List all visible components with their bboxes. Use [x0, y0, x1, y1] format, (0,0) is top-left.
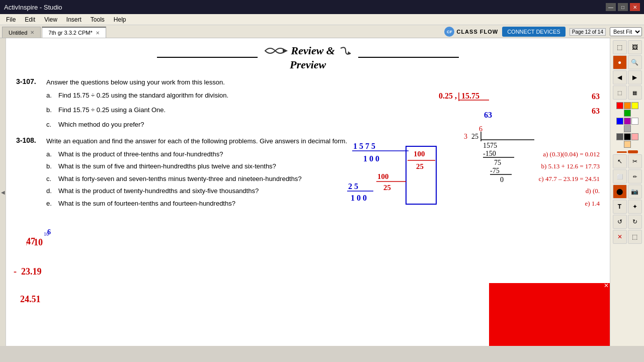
problem-108-b: b. What is the sum of five and thirteen-… [46, 161, 600, 171]
problem-108-b-label: b. [46, 161, 58, 171]
circle-tool[interactable]: ● [613, 55, 627, 69]
image-icon[interactable]: 🖼 [628, 40, 642, 54]
menu-file[interactable]: File [2, 15, 20, 24]
red-overlay: ✕ [489, 283, 610, 346]
problem-107-b-label: b. [46, 105, 58, 115]
brush-large[interactable] [628, 150, 638, 153]
color-white[interactable] [631, 118, 638, 125]
problem-108-b-text: What is the sum of five and thirteen-hun… [58, 161, 536, 171]
undo-tool[interactable]: ↺ [613, 215, 627, 229]
arrow-right-graphic [338, 43, 353, 58]
color-blue[interactable] [616, 118, 623, 125]
close-button[interactable]: ✕ [630, 3, 640, 11]
menu-tools[interactable]: Tools [87, 15, 109, 24]
color-row-1 [612, 102, 642, 117]
brush-small[interactable] [617, 151, 627, 153]
red-overlay-close[interactable]: ✕ [604, 282, 609, 289]
scissors-tool[interactable]: ✂ [628, 154, 642, 168]
classflow-logo: CF CLASS FLOW [444, 27, 498, 37]
minimize-button[interactable]: — [606, 3, 616, 11]
problem-107-b-text: Find 15.75 ÷ 0.25 using a Giant One. [58, 105, 587, 115]
rt-row-1: ⬚ 🖼 [612, 40, 642, 54]
tab-7th-gr[interactable]: 7th gr 3.3.2 CPM* ✕ [42, 27, 106, 38]
rt-tool-row-5: ↺ ↻ [612, 215, 642, 229]
maximize-button[interactable]: □ [618, 3, 628, 11]
color-peach[interactable] [624, 141, 631, 148]
window-controls[interactable]: — □ ✕ [606, 3, 640, 11]
problem-108-a-text: What is the product of three-tenths and … [58, 149, 538, 159]
color-green[interactable] [624, 110, 631, 117]
color-orange[interactable] [624, 102, 631, 109]
tab-untitled[interactable]: Untitled ✕ [2, 27, 41, 38]
problem-108-e-answer: e) 1.4 [585, 199, 600, 209]
effects-tool[interactable]: ✦ [628, 200, 642, 214]
menu-help[interactable]: Help [110, 15, 130, 24]
problem-107-number: 3-107. [16, 77, 36, 85]
review-text: Review & [291, 44, 335, 57]
problem-108-e: e. What is the sum of fourteen-tenths an… [46, 199, 600, 209]
search-icon[interactable]: 🔍 [628, 55, 642, 69]
problem-108-e-text: What is the sum of fourteen-tenths and f… [58, 199, 580, 209]
pen-tool[interactable]: ✏ [628, 169, 642, 184]
header-line-right [358, 57, 459, 58]
tab-7th-gr-label: 7th gr 3.3.2 CPM* [48, 30, 92, 36]
camera-tool[interactable]: 📷 [628, 185, 642, 199]
tab-7th-gr-close[interactable]: ✕ [96, 30, 100, 36]
menu-view[interactable]: View [40, 15, 61, 24]
color-darkgray[interactable] [616, 133, 623, 140]
problem-107-c: c. Which method do you prefer? [46, 120, 600, 130]
rt-row-3: ◀ ▶ [612, 70, 642, 84]
problem-108-c-label: c. [46, 174, 58, 184]
page-info: Page 12 of 14 [570, 28, 606, 36]
color-yellow[interactable] [631, 102, 638, 109]
problem-108-a-answer: a) (0.3)(0.04) = 0.012 [543, 149, 600, 159]
problem-108-c-text: What is forty-seven and seven-tenths min… [58, 174, 534, 184]
problem-107-intro: Answer the questions below using your wo… [46, 77, 600, 87]
svg-text:-: - [14, 266, 17, 277]
review-line: Review & [263, 43, 353, 58]
problem-108-d-answer: d) (0. [586, 186, 600, 196]
rt-tool-row-6: ✕ ⬚ [612, 230, 642, 244]
menu-edit[interactable]: Edit [21, 15, 39, 24]
redo-tool[interactable]: ↻ [628, 215, 642, 229]
document-area[interactable]: Review & Preview 3-107. Ans [6, 38, 610, 346]
svg-text:24.51: 24.51 [20, 294, 41, 304]
main-container: ◀ Review & [0, 38, 644, 346]
grid-icon[interactable]: ▦ [628, 85, 642, 100]
fill-tool[interactable]: ⬤ [613, 185, 627, 199]
rt-tool-row-4: T ✦ [612, 200, 642, 214]
problem-108-d-text: What is the product of twenty-hundredths… [58, 186, 581, 196]
pointer-tool[interactable]: ↖ [613, 154, 627, 168]
share-icon[interactable]: ⬚ [613, 40, 627, 54]
color-black[interactable] [624, 133, 631, 140]
next-page-btn[interactable]: ▶ [628, 70, 642, 84]
connect-devices-button[interactable]: CONNECT DEVICES [502, 27, 566, 37]
extra-tool[interactable]: ⬚ [628, 230, 642, 244]
header-line-left [157, 57, 258, 58]
arrow-left-graphic [263, 43, 288, 58]
classflow-icon: CF [444, 27, 454, 37]
problem-108-a: a. What is the product of three-tenths a… [46, 149, 600, 159]
zoom-select[interactable]: Best Fit 100% 75% [610, 27, 642, 36]
color-pink[interactable] [631, 133, 638, 140]
menu-insert[interactable]: Insert [62, 15, 86, 24]
eraser-tool[interactable]: ⬜ [613, 169, 627, 184]
text-tool[interactable]: T [613, 200, 627, 214]
color-lightgray[interactable] [624, 125, 631, 132]
left-panel[interactable]: ◀ [0, 38, 6, 346]
home-icon[interactable]: ⬚ [613, 85, 627, 100]
right-toolbar: ⬚ 🖼 ● 🔍 ◀ ▶ ⬚ ▦ [610, 38, 644, 346]
left-panel-arrow: ◀ [1, 190, 5, 195]
app-title: ActivInspire - Studio [4, 4, 62, 11]
problem-108-intro: Write an equation and find the answer fo… [46, 136, 600, 146]
svg-text:47: 47 [26, 236, 35, 246]
color-purple[interactable] [624, 118, 631, 125]
color-row-3 [612, 133, 642, 148]
color-red[interactable] [616, 102, 623, 109]
tab-bar: Untitled ✕ 7th gr 3.3.2 CPM* ✕ CF CLASS … [0, 25, 644, 38]
delete-tool[interactable]: ✕ [613, 230, 627, 244]
title-bar: ActivInspire - Studio — □ ✕ [0, 0, 644, 14]
menu-bar: File Edit View Insert Tools Help [0, 14, 644, 25]
tab-untitled-close[interactable]: ✕ [30, 30, 34, 35]
prev-page-btn[interactable]: ◀ [613, 70, 627, 84]
